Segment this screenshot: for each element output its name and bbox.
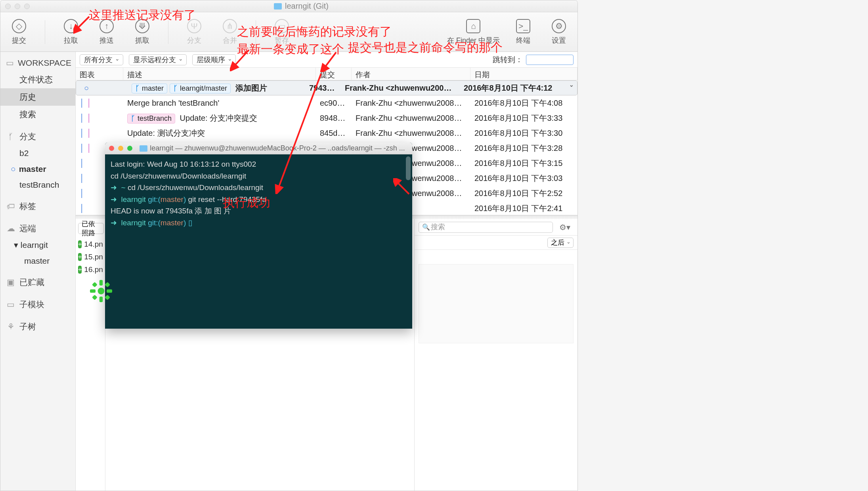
term-close[interactable]: [109, 146, 114, 151]
all-branches-select[interactable]: 所有分支: [80, 54, 123, 65]
sidebar-master[interactable]: ○master: [0, 161, 75, 177]
stashed-header[interactable]: ▣已贮藏: [0, 274, 75, 291]
after-select[interactable]: 之后: [547, 238, 574, 248]
jump-to: 跳转到：: [493, 55, 574, 65]
col-date[interactable]: 日期: [470, 68, 577, 80]
remotes-header[interactable]: ☁远端: [0, 220, 75, 237]
file-14[interactable]: +14.pn: [78, 238, 103, 251]
sidebar-b2[interactable]: b2: [0, 145, 75, 161]
svg-rect-4: [107, 289, 112, 293]
user-avatar: [87, 277, 115, 305]
term-max[interactable]: [127, 146, 132, 151]
sidebar: ▭WORKSPACE 文件状态 历史 搜索 ᚶ分支 b2 ○master tes…: [0, 52, 76, 491]
close-dot[interactable]: [5, 4, 11, 9]
sidebar-history[interactable]: 历史: [0, 88, 75, 106]
show-remote-select[interactable]: 显示远程分支: [129, 54, 187, 65]
search-input[interactable]: 搜索: [419, 222, 553, 233]
terminal-button[interactable]: >_终端: [511, 19, 535, 45]
terminal-titlebar: learngit — zhuwenwu@zhuwenwudeMacBook-Pr…: [105, 143, 412, 154]
diff-preview: [419, 264, 574, 343]
remote-learngit[interactable]: ▾ learngit: [0, 237, 75, 253]
settings-button[interactable]: ⚙设置: [547, 19, 571, 45]
svg-rect-2: [99, 297, 103, 302]
annotation-5: 执行成功: [223, 195, 270, 211]
annotation-4: 提交号也是之前命令写的那个: [348, 40, 503, 56]
jump-input[interactable]: [526, 55, 574, 65]
right-detail-pane: 搜索 ⚙▾ 之后: [414, 219, 577, 491]
folder-icon: [274, 3, 282, 10]
terminal-scrollbar[interactable]: [406, 156, 411, 180]
subtrees-header[interactable]: ⚘子树: [0, 318, 75, 335]
hierarchy-select[interactable]: 层级顺序: [192, 54, 236, 65]
remote-master[interactable]: master: [0, 253, 75, 269]
col-graph[interactable]: 图表: [76, 68, 123, 80]
svg-rect-7: [92, 295, 98, 300]
window-title-text: learngit (Git): [285, 2, 329, 11]
svg-rect-3: [90, 289, 96, 293]
submodules-header[interactable]: ▭子模块: [0, 296, 75, 313]
file-16[interactable]: +16.pn: [78, 263, 103, 276]
arrow-long: [273, 71, 333, 194]
branches-header[interactable]: ᚶ分支: [0, 128, 75, 145]
annotation-2: 之前要吃后悔药的记录没有了: [237, 24, 392, 40]
max-dot[interactable]: [24, 4, 30, 9]
svg-rect-6: [105, 282, 110, 287]
sidebar-testbranch[interactable]: testBranch: [0, 177, 75, 193]
terminal-window: learngit — zhuwenwu@zhuwenwudeMacBook-Pr…: [105, 143, 412, 329]
svg-rect-1: [99, 280, 103, 285]
sidebar-search[interactable]: 搜索: [0, 106, 75, 123]
window-titlebar: learngit (Git): [0, 0, 577, 12]
file-list: 已依照路 +14.pn +15.pn +16.pn: [76, 219, 105, 491]
svg-rect-5: [92, 282, 98, 287]
sidebar-file-status[interactable]: 文件状态: [0, 71, 75, 88]
svg-point-0: [98, 288, 105, 295]
arrow-term: [393, 178, 413, 198]
tags-header[interactable]: 🏷标签: [0, 198, 75, 215]
gear-icon[interactable]: ⚙▾: [556, 223, 574, 232]
workspace-header: ▭WORKSPACE: [0, 55, 75, 71]
annotation-1: 这里推送记录没有了: [89, 7, 196, 23]
svg-rect-8: [105, 295, 110, 300]
col-author[interactable]: 作者: [352, 68, 470, 80]
term-min[interactable]: [118, 146, 123, 151]
min-dot[interactable]: [15, 4, 20, 9]
terminal-body[interactable]: Last login: Wed Aug 10 16:13:12 on ttys0…: [105, 154, 412, 232]
file-15[interactable]: +15.pn: [78, 251, 103, 263]
path-mode-select[interactable]: 已依照路: [78, 223, 104, 234]
folder-icon: [140, 145, 147, 152]
annotation-3: 最新一条变成了这个: [237, 41, 344, 57]
commit-button[interactable]: ◇提交: [7, 19, 31, 45]
traffic-lights: [5, 4, 30, 9]
